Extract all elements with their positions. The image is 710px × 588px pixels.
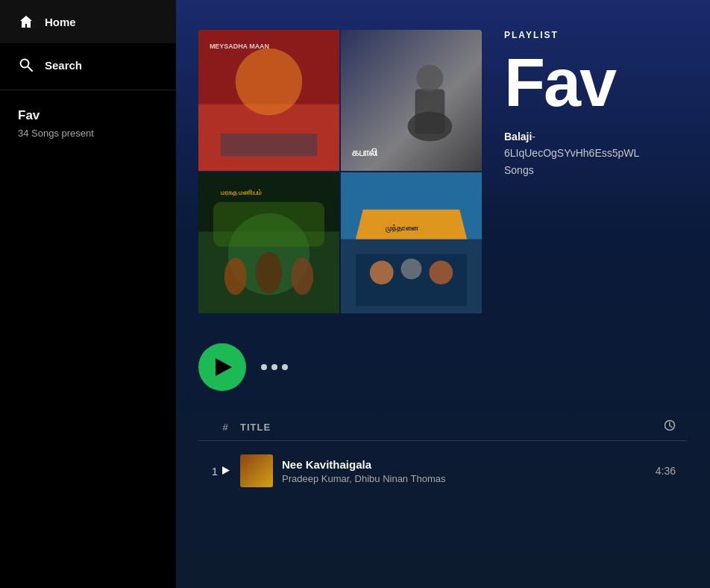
home-label: Home <box>45 16 76 28</box>
controls-area <box>176 328 710 413</box>
sidebar-divider <box>0 90 176 90</box>
sidebar-item-search[interactable]: Search <box>0 43 176 87</box>
track-title: Nee Kavithaigala <box>282 458 637 471</box>
playlist-info-panel: PLAYLIST Fav Balaji- 6LIqUecOgSYvHh6Ess5… <box>504 30 680 186</box>
svg-line-1 <box>28 66 32 71</box>
table-row[interactable]: 1 Nee Kavithaigala Pradeep Kumar, Dhibu … <box>198 447 688 495</box>
svg-point-18 <box>256 251 283 293</box>
svg-point-28 <box>429 260 453 284</box>
play-button[interactable] <box>198 343 246 391</box>
play-triangle-icon <box>216 358 232 376</box>
col-duration-clock <box>631 419 676 434</box>
svg-text:முந்தானை: முந்தானை <box>386 224 419 233</box>
playlist-title-big: Fav <box>504 49 680 116</box>
svg-text:MEYSADHA MAAN: MEYSADHA MAAN <box>210 43 269 50</box>
svg-point-17 <box>224 257 247 295</box>
svg-text:கபாலி: கபாலி <box>352 146 378 158</box>
dot-3 <box>282 364 288 370</box>
col-num: # <box>210 422 240 433</box>
songs-label: Songs <box>504 164 534 176</box>
playlist-type-label: PLAYLIST <box>504 30 680 40</box>
owner-id: 6LIqUecOgSYvHh6Ess5pWL <box>504 147 639 159</box>
svg-line-31 <box>670 426 672 428</box>
owner-name: Balaji- <box>504 131 535 143</box>
home-icon <box>18 13 34 30</box>
track-info: Nee Kavithaigala Pradeep Kumar, Dhibu Ni… <box>282 458 637 484</box>
collage-cell-3: மரகத மணியம் <box>198 172 339 313</box>
album-collage: MEYSADHA MAAN <box>198 30 482 313</box>
collage-cell-2: கபாலி <box>341 30 482 171</box>
track-artist: Pradeep Kumar, Dhibu Ninan Thomas <box>282 473 637 484</box>
svg-rect-16 <box>213 202 324 247</box>
main-content: MEYSADHA MAAN <box>176 0 710 588</box>
track-number-area: 1 <box>210 465 231 478</box>
search-label: Search <box>45 59 82 72</box>
svg-point-4 <box>236 49 303 116</box>
track-play-icon <box>222 466 230 476</box>
svg-point-26 <box>370 260 394 284</box>
svg-point-27 <box>401 258 422 279</box>
sidebar-item-home[interactable]: Home <box>0 0 176 43</box>
track-list: # TITLE 1 Nee Ka <box>176 413 710 495</box>
track-list-header: # TITLE <box>198 413 688 441</box>
dot-1 <box>261 364 267 370</box>
collage-cell-4: முந்தானை <box>341 172 482 313</box>
track-number: 1 <box>212 465 218 478</box>
playlist-name[interactable]: Fav <box>18 108 158 123</box>
collage-cell-1: MEYSADHA MAAN <box>198 30 339 171</box>
svg-point-19 <box>291 257 313 295</box>
dot-2 <box>271 364 277 370</box>
header-area: MEYSADHA MAAN <box>176 0 710 328</box>
svg-marker-32 <box>222 466 230 475</box>
svg-text:மரகத மணியம்: மரகத மணியம் <box>221 189 262 197</box>
svg-point-11 <box>416 65 443 92</box>
svg-rect-10 <box>415 90 444 134</box>
playlist-count: 34 Songs present <box>18 128 158 139</box>
search-icon <box>18 57 34 73</box>
track-duration: 4:36 <box>646 465 676 477</box>
svg-rect-5 <box>221 134 317 156</box>
playlist-section: Fav 34 Songs present <box>0 93 176 154</box>
more-options-button[interactable] <box>261 364 288 370</box>
col-title: TITLE <box>240 422 631 433</box>
playlist-owner: Balaji- 6LIqUecOgSYvHh6Ess5pWL Songs <box>504 128 680 178</box>
sidebar: Home Search Fav 34 Songs present <box>0 0 176 588</box>
track-thumbnail <box>240 454 273 487</box>
